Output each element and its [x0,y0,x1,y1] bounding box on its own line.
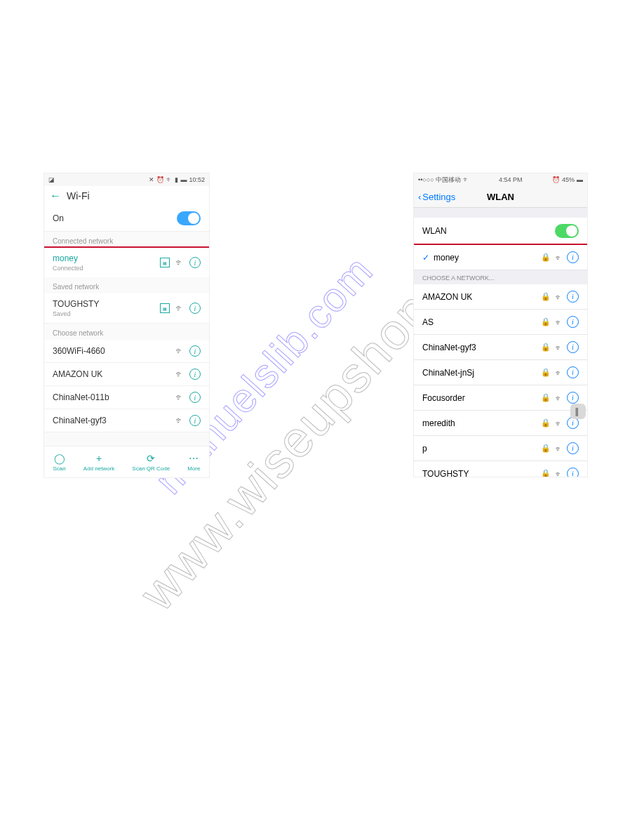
info-icon[interactable]: i [189,392,201,403]
wifi-signal-icon: ᯤ [555,369,563,377]
network-name: meredith [422,418,455,428]
nav-bar: ‹Settings WLAN [414,186,587,208]
status-time: 4:54 PM [499,176,523,183]
add-network-button[interactable]: +Add network [83,453,114,472]
section-choose: Choose network [44,324,209,340]
wifi-on-label: On [53,213,64,223]
info-icon[interactable]: i [567,291,579,303]
info-icon[interactable]: i [189,415,201,426]
info-icon[interactable]: i [567,468,579,477]
network-row[interactable]: meredith🔒ᯤi [414,411,587,436]
lock-icon: 🔒 [541,343,551,352]
network-name: AMAZON UK [422,292,472,302]
wlan-toggle[interactable] [555,224,579,238]
saved-network-name: TOUGHSTY [53,299,99,309]
network-name: ChinaNet-gyf3 [422,343,476,352]
lock-icon: 🔒 [541,368,551,377]
scan-button[interactable]: ◯Scan [53,453,66,472]
wifi-signal-icon: ᯤ [555,293,563,301]
wifi-signal-icon: ᯤ [555,444,563,453]
info-icon[interactable]: i [567,366,579,378]
saved-network-row[interactable]: TOUGHSTY Saved ▦ ᯤ i [44,293,209,324]
scan-icon: ◯ [54,453,65,464]
qr-scan-icon: ⟳ [147,453,155,464]
network-row[interactable]: AMAZON UK ᯤi [44,363,209,386]
info-icon[interactable]: i [189,369,201,380]
network-name: ChinaNet-jnSj [422,368,474,378]
wifi-signal-icon: ᯤ [175,392,184,402]
wifi-toggle[interactable] [177,211,201,225]
connected-network-row[interactable]: money Connected ▦ ᯤ i [44,246,209,279]
network-name: Focusorder [422,393,465,403]
wifi-signal-icon: ᯤ [555,419,563,428]
network-row[interactable]: ChinaNet-gyf3🔒ᯤi [414,335,587,360]
wifi-signal-icon: ᯤ [555,318,563,326]
section-saved: Saved network [44,277,209,293]
wlan-toggle-row[interactable]: WLAN [414,218,587,245]
network-row[interactable]: p🔒ᯤi [414,436,587,461]
wifi-signal-icon: ᯤ [555,470,563,477]
network-row[interactable]: TOUGHSTY🔒ᯤi [414,461,587,477]
scan-qr-button[interactable]: ⟳Scan QR Code [132,453,170,472]
scroll-handle[interactable]: ▌ [570,404,586,419]
section-choose: CHOOSE A NETWORK... [414,269,587,284]
info-icon[interactable]: i [567,251,579,263]
connected-network-row[interactable]: ✓money 🔒ᯤi [414,244,587,270]
network-name: TOUGHSTY [422,469,469,477]
network-row[interactable]: 360WiFi-4660 ᯤi [44,340,209,363]
carrier-label: 中国移动 [436,176,461,183]
wifi-signal-icon: ᯤ [175,369,184,379]
more-icon: ⋯ [189,453,199,464]
network-name: AS [422,317,434,327]
info-icon[interactable]: i [567,341,579,353]
page-title: WLAN [487,192,514,202]
wlan-label: WLAN [422,226,447,236]
header: ← Wi-Fi [44,186,209,206]
alarm-icon: ⏰ [156,176,164,183]
info-icon[interactable]: i [189,257,201,268]
info-icon[interactable]: i [189,303,201,314]
network-row[interactable]: ChinaNet-011b ᯤi [44,386,209,409]
back-arrow-icon[interactable]: ← [50,190,61,202]
qr-icon[interactable]: ▦ [160,258,170,267]
lock-icon: 🔒 [541,317,551,326]
network-row[interactable]: ChinaNet-gyf3 ᯤi [44,409,209,432]
more-button[interactable]: ⋯More [187,453,200,472]
add-label: Add network [83,465,114,472]
lock-icon: 🔒 [541,292,551,301]
back-button[interactable]: ‹Settings [418,192,455,202]
wifi-signal-icon: ᯤ [175,303,184,313]
wifi-signal-icon: ᯤ [175,346,184,356]
ios-phone-screenshot: ••○○○ 中国移动 ᯤ 4:54 PM ⏰45%▬ ‹Settings WLA… [414,173,587,477]
lock-icon: 🔒 [541,253,551,262]
scan-label: Scan [53,465,66,472]
wifi-signal-icon: ᯤ [175,258,184,267]
status-bar: ◪ ✕ ⏰ ᯤ ▮ ▬ 10:52 [44,173,209,186]
qr-label: Scan QR Code [132,465,170,472]
lock-icon: 🔒 [541,469,551,477]
lock-icon: 🔒 [541,418,551,428]
network-row[interactable]: AMAZON UK🔒ᯤi [414,284,587,310]
vibrate-icon: ✕ [149,176,154,183]
network-name: 360WiFi-4660 [53,346,105,356]
alarm-icon: ⏰ [552,176,560,183]
battery-icon: ▬ [180,176,187,183]
wifi-signal-icon: ᯤ [555,343,563,352]
qr-icon[interactable]: ▦ [160,303,170,313]
network-row[interactable]: AS🔒ᯤi [414,310,587,335]
status-time: 10:52 [189,176,205,183]
network-name: AMAZON UK [53,369,102,379]
network-name: p [422,444,427,454]
chevron-left-icon: ‹ [418,192,421,202]
signal-dots-icon: ••○○○ [418,176,436,183]
info-icon[interactable]: i [567,392,579,404]
network-row[interactable]: Focusorder🔒ᯤi [414,385,587,411]
status-left-icon: ◪ [48,176,55,183]
network-row[interactable]: ChinaNet-jnSj🔒ᯤi [414,360,587,385]
checkmark-icon: ✓ [422,253,429,263]
wifi-toggle-row[interactable]: On [44,206,209,232]
connected-network-name: money [434,253,459,263]
info-icon[interactable]: i [189,345,201,357]
info-icon[interactable]: i [567,442,579,454]
info-icon[interactable]: i [567,316,579,328]
